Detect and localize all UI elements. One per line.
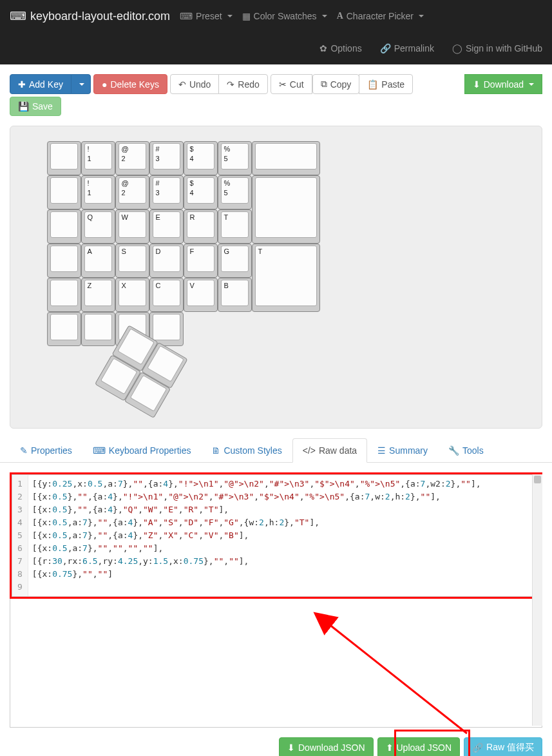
key[interactable] bbox=[47, 175, 81, 209]
tab-raw-data[interactable]: </>Raw data bbox=[292, 438, 367, 463]
key[interactable]: E bbox=[149, 209, 184, 244]
footer-buttons: ⬇Download JSON ⬆Upload JSON 🔗Raw 值得买 bbox=[0, 737, 552, 756]
plus-icon: ✚ bbox=[18, 79, 26, 90]
key[interactable] bbox=[47, 141, 81, 175]
save-button[interactable]: 💾Save bbox=[10, 97, 61, 116]
minus-icon: ● bbox=[102, 79, 107, 90]
download-icon: ⬇ bbox=[473, 79, 481, 90]
download-button[interactable]: ⬇Download bbox=[464, 74, 542, 94]
options-label: Options bbox=[330, 43, 361, 53]
key[interactable] bbox=[47, 278, 81, 312]
key[interactable]: W bbox=[115, 209, 149, 244]
key[interactable]: G bbox=[218, 244, 252, 278]
permalink-link[interactable]: 🔗 Permalink bbox=[380, 43, 434, 53]
copy-button[interactable]: ⧉Copy bbox=[312, 74, 360, 94]
upload-icon: ⬆ bbox=[386, 742, 394, 753]
key[interactable]: #3 bbox=[149, 141, 184, 175]
delete-label: Delete Keys bbox=[110, 79, 158, 90]
raw-permalink-label: Raw 值得买 bbox=[486, 742, 534, 753]
tab-tools[interactable]: 🔧Tools bbox=[438, 438, 494, 463]
key[interactable] bbox=[47, 244, 81, 278]
code-editor[interactable]: 123456789 [{y:0.25,x:0.5,a:7},"",{a:4},"… bbox=[12, 474, 540, 597]
key[interactable]: %5 bbox=[218, 141, 252, 175]
picker-menu[interactable]: A Character Picker bbox=[337, 11, 424, 21]
key[interactable]: C bbox=[149, 278, 184, 312]
file-icon: 🗎 bbox=[211, 445, 220, 456]
save-icon: 💾 bbox=[18, 101, 29, 111]
key[interactable] bbox=[47, 209, 81, 244]
brand[interactable]: ⌨ keyboard-layout-editor.com bbox=[10, 9, 170, 23]
copy-label: Copy bbox=[330, 79, 352, 90]
key[interactable]: S bbox=[115, 244, 149, 278]
key[interactable] bbox=[47, 312, 81, 346]
key[interactable]: B bbox=[218, 278, 252, 312]
cut-icon: ✂ bbox=[279, 79, 287, 90]
key[interactable]: Z bbox=[81, 278, 115, 312]
navbar: ⌨ keyboard-layout-editor.com ⌨ Preset ▦ … bbox=[0, 0, 552, 64]
add-key-button[interactable]: ✚Add Key bbox=[10, 74, 71, 94]
key[interactable]: $4 bbox=[184, 141, 218, 175]
raw-permalink-button[interactable]: 🔗Raw 值得买 bbox=[464, 737, 542, 756]
tab-label: Summary bbox=[389, 445, 428, 456]
signin-link[interactable]: ◯ Sign in with GitHub bbox=[452, 43, 542, 53]
key[interactable] bbox=[81, 312, 115, 346]
add-key-dropdown[interactable] bbox=[71, 74, 91, 94]
tab-custom-styles[interactable]: 🗎Custom Styles bbox=[201, 438, 292, 463]
options-link[interactable]: ✿ Options bbox=[319, 43, 361, 53]
preset-menu[interactable]: ⌨ Preset bbox=[180, 11, 232, 21]
swatches-label: Color Swatches bbox=[254, 11, 317, 21]
upload-json-button[interactable]: ⬆Upload JSON bbox=[377, 737, 461, 756]
paste-icon: 📋 bbox=[367, 79, 378, 90]
key[interactable]: @2 bbox=[115, 141, 149, 175]
copy-icon: ⧉ bbox=[321, 79, 327, 90]
key[interactable] bbox=[252, 175, 320, 244]
tab-properties[interactable]: ✎Properties bbox=[10, 438, 82, 463]
line-gutter: 123456789 bbox=[12, 475, 28, 596]
grid-icon: ▦ bbox=[242, 11, 251, 21]
key[interactable]: F bbox=[184, 244, 218, 278]
tab-label: Custom Styles bbox=[224, 445, 281, 456]
scrollbar[interactable] bbox=[532, 474, 542, 726]
keyboard-icon: ⌨ bbox=[93, 445, 106, 456]
preset-label: Preset bbox=[196, 11, 222, 21]
key[interactable]: V bbox=[184, 278, 218, 312]
save-label: Save bbox=[32, 101, 53, 111]
toolbar: ✚Add Key ●Delete Keys ↶Undo ↷Redo ✂Cut ⧉… bbox=[0, 64, 552, 126]
key[interactable]: #3 bbox=[149, 175, 184, 209]
key[interactable]: @2 bbox=[115, 175, 149, 209]
key[interactable]: !1 bbox=[81, 141, 115, 175]
key[interactable]: X bbox=[115, 278, 149, 312]
redo-icon: ↷ bbox=[227, 79, 234, 90]
key[interactable] bbox=[252, 141, 320, 175]
tab-summary[interactable]: ☰Summary bbox=[367, 438, 438, 463]
undo-button[interactable]: ↶Undo bbox=[170, 74, 219, 94]
undo-icon: ↶ bbox=[178, 79, 186, 90]
redo-button[interactable]: ↷Redo bbox=[218, 74, 267, 94]
signin-label: Sign in with GitHub bbox=[466, 43, 542, 53]
permalink-label: Permalink bbox=[394, 43, 434, 53]
tab-label: Raw data bbox=[319, 445, 357, 456]
keyboard-icon: ⌨ bbox=[10, 9, 26, 23]
gear-icon: ✿ bbox=[319, 43, 327, 53]
key[interactable]: T bbox=[252, 244, 320, 312]
key[interactable]: %5 bbox=[218, 175, 252, 209]
key[interactable]: Q bbox=[81, 209, 115, 244]
key[interactable]: !1 bbox=[81, 175, 115, 209]
key[interactable]: $4 bbox=[184, 175, 218, 209]
paste-button[interactable]: 📋Paste bbox=[359, 74, 413, 94]
keyboard-canvas[interactable]: !1@2#3$4%5!1@2#3$4%5QWERTASDFGTZXCVB bbox=[10, 126, 542, 429]
download-json-button[interactable]: ⬇Download JSON bbox=[279, 737, 374, 756]
delete-keys-button[interactable]: ●Delete Keys bbox=[93, 74, 167, 94]
key[interactable]: A bbox=[81, 244, 115, 278]
key[interactable]: R bbox=[184, 209, 218, 244]
github-icon: ◯ bbox=[452, 43, 462, 53]
key[interactable]: T bbox=[218, 209, 252, 244]
tab-label: Keyboard Properties bbox=[109, 445, 191, 456]
key[interactable]: D bbox=[149, 244, 184, 278]
tab-label: Properties bbox=[31, 445, 72, 456]
code-content[interactable]: [{y:0.25,x:0.5,a:7},"",{a:4},"!">\n1","@… bbox=[28, 475, 540, 596]
font-icon: A bbox=[337, 11, 343, 21]
tab-keyboard-properties[interactable]: ⌨Keyboard Properties bbox=[82, 438, 202, 463]
swatches-menu[interactable]: ▦ Color Swatches bbox=[242, 11, 327, 21]
cut-button[interactable]: ✂Cut bbox=[271, 74, 312, 94]
